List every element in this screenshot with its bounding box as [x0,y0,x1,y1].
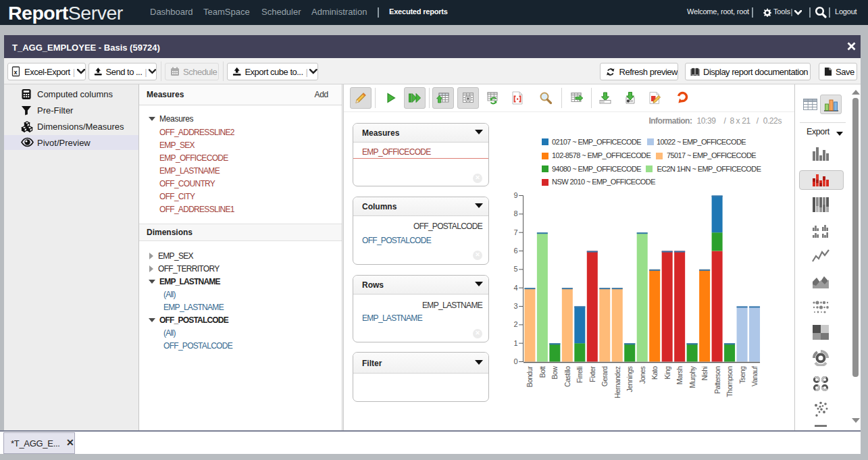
svg-text:Firrelli: Firrelli [576,366,584,383]
svg-text:0: 0 [513,357,517,365]
svg-text:Castillo: Castillo [563,366,571,387]
svg-text:Bow: Bow [551,366,559,380]
svg-text:Thompson: Thompson [725,366,734,397]
svg-text:Jones: Jones [638,366,646,384]
svg-text:7: 7 [513,228,517,236]
svg-text:Gerard: Gerard [601,366,609,386]
svg-text:8: 8 [513,209,517,218]
svg-text:Bott: Bott [538,366,546,378]
svg-text:5: 5 [513,265,517,273]
svg-text:Bondur: Bondur [526,365,534,387]
svg-text:Hernandez: Hernandez [613,366,621,398]
svg-text:Tseng: Tseng [738,366,746,384]
svg-text:Marsh: Marsh [675,366,684,384]
svg-text:6: 6 [513,247,517,255]
svg-text:4: 4 [513,284,517,292]
svg-text:Patterson: Patterson [713,366,721,394]
svg-text:Fixter: Fixter [588,365,596,382]
svg-text:1: 1 [513,339,517,347]
svg-text:9: 9 [513,191,517,199]
svg-text:x: x [14,69,18,76]
svg-text:King: King [663,366,671,380]
svg-text:3: 3 [513,302,517,310]
svg-text:Jennings: Jennings [626,366,634,392]
svg-text:2: 2 [513,320,517,328]
svg-text:Kato: Kato [650,366,659,380]
svg-text:Vanauf: Vanauf [750,366,759,386]
svg-text:Nishi: Nishi [700,366,709,380]
svg-text:Murphy: Murphy [688,365,696,388]
